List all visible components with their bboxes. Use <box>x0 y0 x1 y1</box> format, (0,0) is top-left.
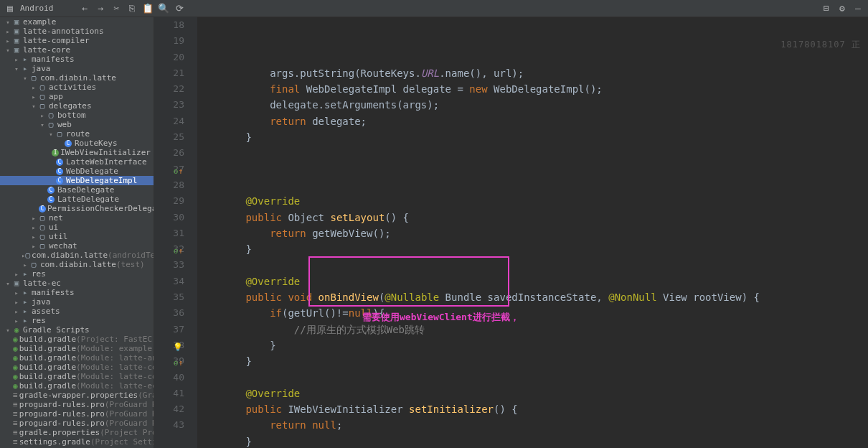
tree-item-app[interactable]: ▸▢app <box>0 92 154 101</box>
tree-item-latte-ec[interactable]: ▾▣latte-ec <box>0 279 154 288</box>
code-line[interactable]: final WebDelegateImpl delegate = new Web… <box>197 81 868 97</box>
hide-icon[interactable]: — <box>852 3 864 14</box>
tree-item-build-gradle[interactable]: ◉build.gradle (Module: latte-compiler) <box>0 363 154 372</box>
code-line[interactable]: @Override <box>197 193 868 209</box>
code-line[interactable]: } <box>197 337 868 353</box>
tree-item-route[interactable]: ▾▢route <box>0 129 154 139</box>
copy-icon[interactable]: ⎘ <box>126 3 138 14</box>
paste-icon[interactable]: 📋 <box>142 3 154 14</box>
tree-arrow[interactable]: ▸ <box>13 271 20 278</box>
tree-item-gradle-properties[interactable]: ≡gradle.properties (Project Properties) <box>0 428 154 437</box>
tree-arrow[interactable]: ▾ <box>4 280 11 287</box>
tree-arrow[interactable]: ▸ <box>30 93 37 101</box>
tree-item-proguard-rules-pro[interactable]: ≡proguard-rules.pro (ProGuard Rules for … <box>0 409 154 419</box>
code-area[interactable]: args.putString(RouteKeys.URL.name(), url… <box>197 17 868 448</box>
tree-arrow[interactable]: ▸ <box>39 112 46 119</box>
tree-item-delegates[interactable]: ▾▢delegates <box>0 101 154 111</box>
tree-item-lattewebinterface[interactable]: CLatteWebInterface <box>0 157 154 167</box>
tree-arrow[interactable]: ▸ <box>13 317 20 325</box>
tree-arrow[interactable]: ▸ <box>4 37 11 45</box>
tree-item-iwebviewinitializer[interactable]: IIWebViewInitializer <box>0 148 154 157</box>
code-line[interactable]: if(getUrl()!=null){ <box>197 305 868 321</box>
tree-item-util[interactable]: ▸▢util <box>0 232 154 241</box>
tree-item-basedelegate[interactable]: CBaseDelegate <box>0 185 154 195</box>
code-line[interactable]: args.putString(RouteKeys.URL.name(), url… <box>197 65 868 81</box>
tree-item-wechat[interactable]: ▸▢wechat <box>0 241 154 251</box>
code-line[interactable] <box>197 177 868 193</box>
find-icon[interactable]: 🔍 <box>158 3 169 14</box>
tree-arrow[interactable]: ▾ <box>13 65 20 73</box>
tree-item-activities[interactable]: ▸▢activities <box>0 83 154 92</box>
code-line[interactable]: @Override <box>197 274 868 289</box>
tree-item-webdelegate[interactable]: CWebDelegate <box>0 167 154 176</box>
tree-item-routekeys[interactable]: CRouteKeys <box>0 139 154 148</box>
tree-item-manifests[interactable]: ▸▸manifests <box>0 55 154 64</box>
tree-item-bottom[interactable]: ▸▢bottom <box>0 111 154 120</box>
tree-item-java[interactable]: ▸▸java <box>0 297 154 307</box>
tree-arrow[interactable]: ▸ <box>30 243 37 250</box>
tree-arrow[interactable]: ▸ <box>30 224 37 231</box>
code-line[interactable] <box>197 370 868 386</box>
tree-arrow[interactable]: ▸ <box>30 215 37 222</box>
scissors-icon[interactable]: ✂ <box>110 3 122 14</box>
tree-arrow[interactable]: ▸ <box>4 28 11 35</box>
tree-item-net[interactable]: ▸▢net <box>0 213 154 223</box>
code-line[interactable] <box>197 257 868 273</box>
project-tree[interactable]: ▾▣example▸▣latte-annotations▸▣latte-comp… <box>0 17 154 448</box>
code-line[interactable]: delegate.setArguments(args); <box>197 97 868 113</box>
tree-item-com-diabin-latte[interactable]: ▾▢com.diabin.latte <box>0 73 154 83</box>
tree-item-lattedelegate[interactable]: CLatteDelegate <box>0 195 154 204</box>
tree-arrow[interactable]: ▾ <box>30 103 37 110</box>
tree-arrow[interactable]: ▾ <box>4 47 11 54</box>
tree-item-assets[interactable]: ▸▸assets <box>0 307 154 316</box>
tree-arrow[interactable]: ▾ <box>39 121 46 129</box>
code-line[interactable]: } <box>197 129 868 145</box>
tree-item-res[interactable]: ▸▸res <box>0 316 154 325</box>
project-view-label[interactable]: Android <box>20 4 53 13</box>
tree-arrow[interactable]: ▾ <box>4 327 11 334</box>
tree-item-build-gradle[interactable]: ◉build.gradle (Module: latte-ec) <box>0 381 154 391</box>
code-line[interactable]: } <box>197 241 868 257</box>
collapse-icon[interactable]: ⊟ <box>821 3 832 14</box>
code-line[interactable]: return null; <box>197 417 868 433</box>
tree-item-webdelegateimpl[interactable]: CWebDelegateImpl <box>0 176 154 185</box>
tree-item-com-diabin-latte[interactable]: ▸▢com.diabin.latte (androidTest) <box>0 251 154 260</box>
tree-item-permissioncheckerdelegate[interactable]: CPermissionCheckerDelegate <box>0 204 154 213</box>
code-line[interactable]: //用原生的方式模拟Web跳转 <box>197 322 868 337</box>
tree-item-latte-compiler[interactable]: ▸▣latte-compiler <box>0 36 154 45</box>
tree-item-res[interactable]: ▸▸res <box>0 269 154 279</box>
tree-item-manifests[interactable]: ▸▸manifests <box>0 288 154 297</box>
code-line[interactable]: public void onBindView(@Nullable Bundle … <box>197 289 868 305</box>
tree-item-build-gradle[interactable]: ◉build.gradle (Module: latte-core) <box>0 372 154 381</box>
tree-arrow[interactable]: ▾ <box>47 131 55 138</box>
tree-arrow[interactable]: ▸ <box>13 308 20 315</box>
tree-arrow[interactable]: ▸ <box>13 289 20 297</box>
code-line[interactable]: } <box>197 353 868 369</box>
tree-arrow[interactable]: ▾ <box>22 75 29 82</box>
tree-item-com-diabin-latte[interactable]: ▸▢com.diabin.latte (test) <box>0 260 154 269</box>
back-icon[interactable]: ← <box>79 3 90 14</box>
code-line[interactable] <box>197 162 868 177</box>
tree-item-ui[interactable]: ▸▢ui <box>0 223 154 232</box>
tree-item-proguard-rules-pro[interactable]: ≡proguard-rules.pro (ProGuard Rules for … <box>0 400 154 409</box>
tree-item-latte-core[interactable]: ▾▣latte-core <box>0 45 154 55</box>
tree-arrow[interactable]: ▸ <box>22 261 29 269</box>
tree-item-build-gradle[interactable]: ◉build.gradle (Module: latte-annotations… <box>0 353 154 363</box>
code-line[interactable]: return delegate; <box>197 113 868 129</box>
code-line[interactable]: @Override <box>197 386 868 401</box>
tree-arrow[interactable]: ▸ <box>30 233 37 241</box>
tree-arrow[interactable]: ▸ <box>30 84 37 91</box>
code-line[interactable]: public IWebViewInitializer setInitialize… <box>197 401 868 417</box>
tree-item-latte-annotations[interactable]: ▸▣latte-annotations <box>0 27 154 36</box>
tree-arrow[interactable]: ▾ <box>4 19 11 26</box>
code-line[interactable]: } <box>197 434 868 448</box>
code-line[interactable]: return getWebView(); <box>197 225 868 241</box>
tree-item-java[interactable]: ▾▸java <box>0 64 154 73</box>
tree-arrow[interactable]: ▸ <box>13 299 20 306</box>
settings-icon[interactable]: ⚙ <box>836 3 848 14</box>
tree-item-example[interactable]: ▾▣example <box>0 17 154 27</box>
forward-icon[interactable]: → <box>95 3 106 14</box>
tree-item-build-gradle[interactable]: ◉build.gradle (Module: example) <box>0 344 154 353</box>
code-editor[interactable]: 18192021222324252627o↑2829303132o↑333435… <box>154 17 868 448</box>
tree-item-build-gradle[interactable]: ◉build.gradle (Project: FastEC) <box>0 335 154 344</box>
